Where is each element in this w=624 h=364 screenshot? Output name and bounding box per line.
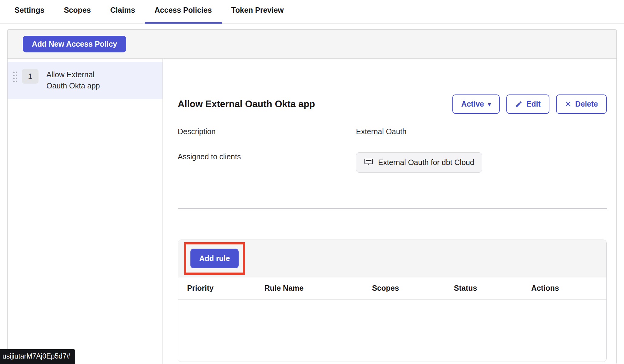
panel-header: Add New Access Policy <box>8 30 616 59</box>
assigned-clients-cell: External Oauth for dbt Cloud <box>356 152 607 173</box>
description-value: External Oauth <box>356 127 607 136</box>
rules-table-header: Priority Rule Name Scopes Status Actions <box>178 277 606 299</box>
policy-meta: Description External Oauth Assigned to c… <box>178 127 607 173</box>
computer-icon <box>364 158 374 166</box>
rules-toolbar: Add rule <box>178 240 606 277</box>
column-header-priority: Priority <box>187 284 264 293</box>
status-dropdown-button[interactable]: Active ▾ <box>452 94 500 114</box>
tab-token-preview[interactable]: Token Preview <box>222 6 294 23</box>
rules-table-body <box>178 299 606 362</box>
policy-detail-header: Allow External Oauth Okta app Active ▾ E… <box>178 94 607 114</box>
edit-button-label: Edit <box>526 100 541 108</box>
description-label: Description <box>178 127 356 136</box>
access-policies-panel: Add New Access Policy 1 Allow External O… <box>7 29 617 364</box>
client-chip-label: External Oauth for dbt Cloud <box>378 158 474 167</box>
client-chip[interactable]: External Oauth for dbt Cloud <box>356 152 482 173</box>
column-header-status: Status <box>454 284 531 293</box>
tab-bar: Settings Scopes Claims Access Policies T… <box>0 0 624 24</box>
policy-name-label: Allow External Oauth Okta app <box>46 69 116 91</box>
panel-body: 1 Allow External Oauth Okta app Allow Ex… <box>8 59 616 364</box>
policy-list-item[interactable]: 1 Allow External Oauth Okta app <box>8 62 163 99</box>
delete-button-label: Delete <box>575 100 598 108</box>
policy-list: 1 Allow External Oauth Okta app <box>8 59 163 364</box>
grip-dots-icon[interactable] <box>12 71 17 84</box>
edit-policy-button[interactable]: Edit <box>506 94 549 114</box>
tab-access-policies[interactable]: Access Policies <box>145 6 222 23</box>
assigned-to-clients-label: Assigned to clients <box>178 152 356 161</box>
add-new-access-policy-button[interactable]: Add New Access Policy <box>23 36 126 52</box>
rules-card: Add rule Priority Rule Name Scopes Statu… <box>178 240 607 362</box>
pencil-icon <box>515 101 522 108</box>
add-rule-button[interactable]: Add rule <box>190 249 239 268</box>
policy-detail: Allow External Oauth Okta app Active ▾ E… <box>163 59 616 364</box>
tab-scopes[interactable]: Scopes <box>54 6 101 23</box>
caret-down-icon: ▾ <box>488 101 491 108</box>
column-header-scopes: Scopes <box>372 284 454 293</box>
url-status-tooltip: usijiutarM7Aj0Ep5d7# <box>0 349 75 364</box>
policy-title: Allow External Oauth Okta app <box>178 99 315 110</box>
column-header-actions: Actions <box>531 284 606 293</box>
status-dropdown-label: Active <box>461 100 484 108</box>
delete-policy-button[interactable]: ✕ Delete <box>556 94 607 114</box>
column-header-rule-name: Rule Name <box>264 284 372 293</box>
tab-claims[interactable]: Claims <box>101 6 145 23</box>
section-divider <box>178 208 607 209</box>
policy-actions: Active ▾ Edit ✕ Delete <box>452 94 607 114</box>
x-icon: ✕ <box>565 100 571 108</box>
annotation-highlight-box: Add rule <box>184 242 245 275</box>
policy-priority-badge: 1 <box>22 69 39 84</box>
tab-settings[interactable]: Settings <box>5 6 54 23</box>
